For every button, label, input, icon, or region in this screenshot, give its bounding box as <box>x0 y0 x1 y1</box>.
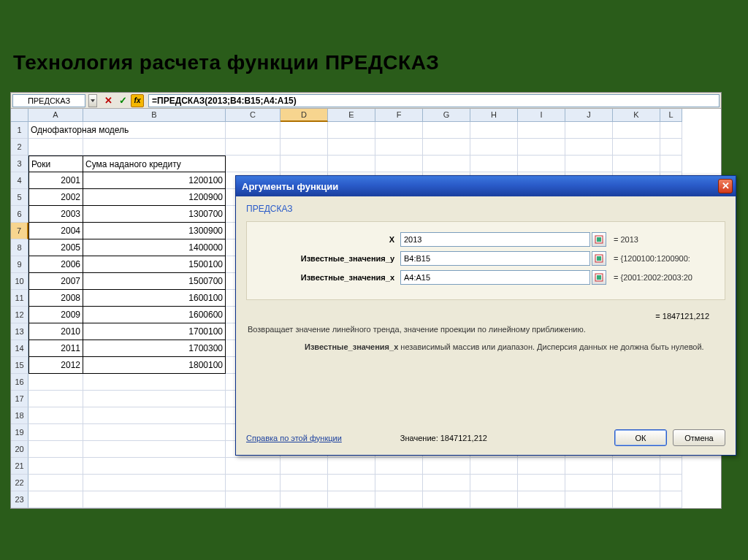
name-box[interactable]: ПРЕДСКАЗ <box>12 94 85 107</box>
cell[interactable] <box>280 458 328 475</box>
cell[interactable] <box>518 122 565 139</box>
cell[interactable] <box>83 139 226 156</box>
cell[interactable] <box>226 156 280 172</box>
row-header[interactable]: 5 <box>11 189 28 206</box>
cell[interactable] <box>518 156 565 172</box>
column-header[interactable]: K <box>613 109 660 122</box>
range-selector-button[interactable] <box>592 270 606 285</box>
cell[interactable]: 2011 <box>28 340 83 357</box>
cell[interactable] <box>28 491 83 508</box>
cell[interactable] <box>470 475 518 491</box>
cell[interactable]: 2009 <box>28 307 83 323</box>
cell[interactable] <box>423 491 470 508</box>
cell[interactable] <box>328 139 375 156</box>
cell[interactable]: 1300700 <box>83 206 226 223</box>
cell[interactable]: 2010 <box>28 323 83 340</box>
cell[interactable] <box>565 475 613 491</box>
cell[interactable] <box>83 391 226 407</box>
cell[interactable] <box>28 441 83 458</box>
row-header[interactable]: 11 <box>11 290 28 307</box>
cell[interactable]: 2008 <box>28 290 83 307</box>
column-header[interactable]: C <box>226 109 280 122</box>
row-header[interactable]: 23 <box>11 491 28 508</box>
cell[interactable]: 2001 <box>28 172 83 189</box>
cell[interactable] <box>660 475 682 491</box>
cell[interactable] <box>375 475 423 491</box>
row-header[interactable]: 2 <box>11 139 28 156</box>
cell[interactable] <box>28 475 83 491</box>
row-header[interactable]: 10 <box>11 273 28 290</box>
dialog-close-button[interactable]: ✕ <box>718 179 733 193</box>
column-header[interactable]: H <box>470 109 518 122</box>
cell[interactable] <box>613 458 660 475</box>
cell[interactable] <box>470 491 518 508</box>
range-selector-button[interactable] <box>592 251 606 266</box>
cell[interactable] <box>660 491 682 508</box>
cell[interactable] <box>423 139 470 156</box>
select-all-corner[interactable] <box>11 109 28 122</box>
cell[interactable]: 1800100 <box>83 357 226 374</box>
cell[interactable] <box>375 156 423 172</box>
column-header[interactable]: J <box>565 109 613 122</box>
cell[interactable] <box>28 139 83 156</box>
cell[interactable] <box>83 424 226 441</box>
cell[interactable] <box>613 139 660 156</box>
column-header[interactable]: B <box>83 109 226 122</box>
cell[interactable]: 2006 <box>28 256 83 273</box>
row-header[interactable]: 15 <box>11 357 28 374</box>
cell[interactable] <box>660 139 682 156</box>
cell[interactable] <box>280 156 328 172</box>
cell[interactable]: 1500700 <box>83 273 226 290</box>
cell[interactable] <box>470 458 518 475</box>
cell[interactable] <box>83 441 226 458</box>
row-header[interactable]: 20 <box>11 441 28 458</box>
row-header[interactable]: 16 <box>11 374 28 391</box>
column-header[interactable]: E <box>328 109 375 122</box>
cell[interactable] <box>28 458 83 475</box>
row-header[interactable]: 6 <box>11 206 28 223</box>
column-header[interactable]: A <box>28 109 83 122</box>
cell[interactable] <box>328 122 375 139</box>
cell[interactable] <box>375 491 423 508</box>
cell[interactable] <box>280 491 328 508</box>
cell[interactable] <box>660 458 682 475</box>
cell[interactable]: 1600100 <box>83 290 226 307</box>
row-header[interactable]: 1 <box>11 122 28 139</box>
row-header[interactable]: 19 <box>11 424 28 441</box>
cell[interactable] <box>226 491 280 508</box>
cell[interactable] <box>518 139 565 156</box>
row-header[interactable]: 21 <box>11 458 28 475</box>
cell[interactable]: Сума наданого кредиту <box>83 156 226 172</box>
cell[interactable] <box>83 458 226 475</box>
cell[interactable] <box>423 156 470 172</box>
cell[interactable] <box>613 491 660 508</box>
cell[interactable]: 2004 <box>28 223 83 239</box>
cell[interactable]: 1200100 <box>83 172 226 189</box>
cell[interactable] <box>83 122 226 139</box>
cell[interactable] <box>518 491 565 508</box>
cell[interactable] <box>28 391 83 407</box>
cell[interactable]: 2003 <box>28 206 83 223</box>
insert-function-button[interactable]: fx <box>131 94 144 107</box>
formula-accept-button[interactable]: ✓ <box>116 94 129 107</box>
cell[interactable]: 1500100 <box>83 256 226 273</box>
cell[interactable] <box>660 122 682 139</box>
cell[interactable]: 2005 <box>28 239 83 256</box>
cell[interactable] <box>613 156 660 172</box>
cell[interactable] <box>375 139 423 156</box>
row-header[interactable]: 4 <box>11 172 28 189</box>
cell[interactable]: 1200900 <box>83 189 226 206</box>
cell[interactable] <box>660 156 682 172</box>
dialog-titlebar[interactable]: Аргументы функции ✕ <box>236 176 736 196</box>
cell[interactable]: 1300900 <box>83 223 226 239</box>
cell[interactable]: 2012 <box>28 357 83 374</box>
cancel-button[interactable]: Отмена <box>673 429 725 446</box>
help-link[interactable]: Справка по этой функции <box>246 434 342 442</box>
argument-input[interactable]: 2013 <box>400 232 590 247</box>
cell[interactable] <box>565 491 613 508</box>
cell[interactable] <box>28 374 83 391</box>
cell[interactable]: Роки <box>28 156 83 172</box>
cell[interactable] <box>28 407 83 424</box>
cell[interactable] <box>280 139 328 156</box>
cell[interactable] <box>83 475 226 491</box>
